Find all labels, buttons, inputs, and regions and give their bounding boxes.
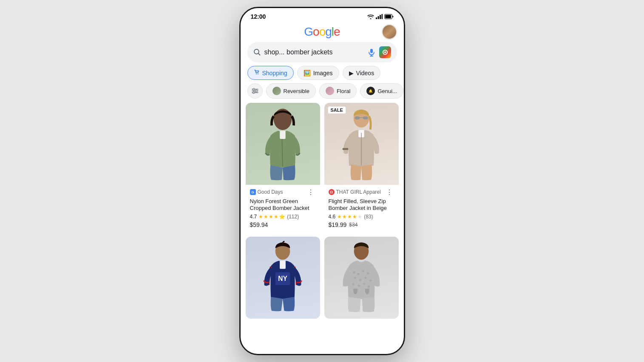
product-image-1 <box>246 103 320 185</box>
status-time: 12:00 <box>251 13 266 20</box>
product-image-4 <box>324 237 399 319</box>
seller-name-1: G Good Days <box>250 189 283 195</box>
star-1-1: ★ <box>258 214 263 220</box>
svg-point-19 <box>253 92 255 93</box>
products-grid: G Good Days ⋮ Nylon Forest Green Cropped… <box>246 103 399 325</box>
svg-point-35 <box>362 270 364 272</box>
star-2-1: ★ <box>337 214 342 220</box>
status-bar: 12:00 <box>241 8 404 22</box>
svg-rect-5 <box>385 15 391 18</box>
product-card-1[interactable]: G Good Days ⋮ Nylon Forest Green Cropped… <box>246 103 320 232</box>
videos-icon: ▶ <box>349 70 354 76</box>
tab-images-label: Images <box>313 70 333 76</box>
stars-2: ★ ★ ★ ★ ★ <box>337 214 362 220</box>
seller-row-1: G Good Days ⋮ <box>250 188 316 196</box>
review-count-1: (112) <box>287 214 299 220</box>
chip-reversible[interactable]: Reversible <box>266 83 316 99</box>
product-card-3[interactable]: NY <box>246 237 320 319</box>
svg-point-44 <box>368 286 370 288</box>
tab-shopping[interactable]: Shopping <box>247 66 294 80</box>
microphone-icon[interactable] <box>367 48 376 57</box>
product-card-2[interactable]: SALE Ω THAT GIRL Apparel ⋮ Flight Filled… <box>324 103 399 232</box>
svg-rect-27 <box>343 148 348 150</box>
search-query: shop... bomber jackets <box>264 48 364 56</box>
product-image-3: NY <box>246 237 320 319</box>
user-avatar[interactable] <box>382 24 397 40</box>
chip-genui-label: Genui... <box>377 88 397 94</box>
star-1-4: ★ <box>274 214 278 220</box>
more-options-1[interactable]: ⋮ <box>306 188 316 196</box>
seller-name-2: Ω THAT GIRL Apparel <box>329 189 381 195</box>
svg-rect-0 <box>376 17 377 19</box>
product-title-2: Flight Filled, Sleeve Zip Bomber Jacket … <box>329 198 394 212</box>
price-2: $19.99 <box>329 221 347 228</box>
chip-reversible-label: Reversible <box>284 88 309 94</box>
svg-point-38 <box>359 279 361 281</box>
svg-point-13 <box>258 74 258 74</box>
review-count-2: (83) <box>364 214 373 220</box>
chip-reversible-thumb <box>272 87 281 95</box>
star-1-2: ★ <box>264 214 268 220</box>
chip-floral-label: Floral <box>337 88 351 94</box>
svg-rect-7 <box>370 49 373 53</box>
product-card-4[interactable] <box>324 237 399 319</box>
star-2-5: ★ <box>357 214 362 220</box>
star-1-5: ⭐ <box>279 214 285 220</box>
svg-text:NY: NY <box>278 274 287 282</box>
product-image-2: SALE <box>324 103 399 185</box>
battery-icon <box>384 14 394 19</box>
svg-rect-2 <box>380 15 381 19</box>
seller-logo-2: Ω <box>329 189 335 195</box>
tab-videos-label: Videos <box>356 70 374 76</box>
product-title-1: Nylon Forest Green Cropped Bomber Jacket <box>250 198 316 212</box>
svg-point-39 <box>365 277 367 279</box>
google-lens-icon[interactable] <box>379 46 391 58</box>
tab-videos[interactable]: ▶ Videos <box>343 66 381 80</box>
tab-shopping-label: Shopping <box>262 70 287 76</box>
product-info-2: Ω THAT GIRL Apparel ⋮ Flight Filled, Sle… <box>324 185 399 233</box>
svg-point-40 <box>369 280 372 282</box>
google-logo: Google <box>304 25 340 39</box>
rating-value-2: 4.6 <box>329 214 336 220</box>
svg-point-11 <box>384 51 386 53</box>
star-2-2: ★ <box>342 214 347 220</box>
more-options-2[interactable]: ⋮ <box>384 188 394 196</box>
status-icons <box>367 14 394 19</box>
price-original-2: $34 <box>349 222 357 228</box>
chip-floral-thumb <box>326 87 334 95</box>
product-info-1: G Good Days ⋮ Nylon Forest Green Cropped… <box>246 185 320 233</box>
svg-rect-29 <box>280 261 286 269</box>
products-scroll[interactable]: G Good Days ⋮ Nylon Forest Green Cropped… <box>241 103 404 354</box>
svg-point-12 <box>256 74 257 74</box>
rating-value-1: 4.7 <box>250 214 257 220</box>
tab-images[interactable]: 🖼️ Images <box>297 66 339 80</box>
filter-adjust-button[interactable] <box>247 83 263 99</box>
svg-point-36 <box>367 272 369 274</box>
seller-logo-1: G <box>250 189 256 195</box>
svg-point-42 <box>358 285 360 287</box>
chip-floral[interactable]: Floral <box>319 83 357 99</box>
price-1: $59.94 <box>250 221 268 228</box>
search-bar[interactable]: shop... bomber jackets <box>247 42 397 62</box>
phone-frame: 12:00 <box>239 7 405 355</box>
signal-icon <box>376 14 383 19</box>
svg-point-33 <box>353 271 355 273</box>
svg-rect-3 <box>381 14 383 19</box>
phone-screen: 12:00 <box>241 8 404 354</box>
svg-rect-24 <box>363 116 368 119</box>
seller-row-2: Ω THAT GIRL Apparel ⋮ <box>329 188 394 196</box>
svg-rect-23 <box>355 116 360 119</box>
star-2-4: ★ <box>352 214 357 220</box>
sub-filters: Reversible Floral 🔔 Genui... <box>241 83 404 103</box>
chip-genui[interactable]: 🔔 Genui... <box>360 83 403 99</box>
svg-point-17 <box>253 88 255 90</box>
search-icon <box>253 48 261 56</box>
star-1-3: ★ <box>269 214 273 220</box>
svg-point-43 <box>363 283 365 285</box>
shopping-icon <box>254 69 260 76</box>
svg-point-37 <box>354 277 356 279</box>
rating-row-2: 4.6 ★ ★ ★ ★ ★ (83) <box>329 214 394 220</box>
svg-rect-21 <box>280 130 285 139</box>
price-row-2: $19.99 $34 <box>329 221 394 228</box>
price-row-1: $59.94 <box>250 221 316 228</box>
